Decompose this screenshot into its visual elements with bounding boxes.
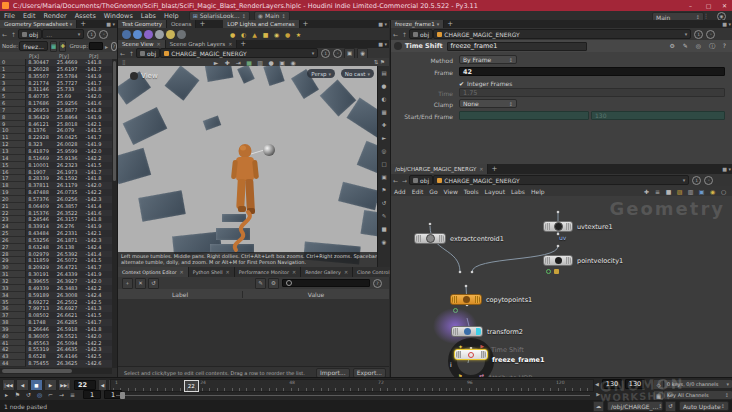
network-path-node[interactable]: CHARGE_MAGIC_ENERGY▾ [433, 175, 689, 185]
viewport-side-icon[interactable]: ■ [378, 222, 390, 235]
playbar-toggle-icon[interactable]: ▸ [2, 390, 11, 399]
shelf-tool-icon[interactable] [144, 30, 153, 39]
viewport-side-icon[interactable]: ✎ [378, 209, 390, 222]
spreadsheet-row[interactable]: 388.174826.6285-141.7 [0, 319, 112, 326]
viewport-side-icon[interactable]: ▤ [378, 66, 390, 79]
tab-scene-graph-layers[interactable]: Scene Graph Layers✕ [166, 40, 238, 48]
playhead-marker[interactable]: 22 [184, 380, 199, 392]
spreadsheet-row[interactable]: 348.5918926.3008-142.4 [0, 292, 112, 299]
pointvelocity-lock-badge[interactable] [554, 269, 559, 274]
spreadsheet-row[interactable]: 08.3044725.4669-141.8 [0, 59, 112, 66]
playbar-toggle-icon[interactable]: ⌐ [46, 390, 55, 399]
menu-assets[interactable]: Assets [75, 12, 96, 20]
up-icon[interactable]: ↑ [11, 31, 16, 38]
path-obj[interactable]: obj [18, 29, 42, 39]
spreadsheet-row[interactable]: 88.3642925.8464-141.9 [0, 114, 112, 121]
points-mode-icon[interactable]: ▦ [50, 41, 57, 52]
network-path-obj[interactable]: obj [409, 175, 433, 185]
network-toolbar-icon[interactable]: ▥ [686, 187, 695, 196]
scene-add-tab[interactable]: + [240, 40, 246, 48]
range-slider-handle[interactable] [120, 392, 125, 399]
shelf-menu-icon[interactable]: ■ ▾ [378, 21, 387, 27]
spreadsheet-row[interactable]: 28.3550725.5784-141.9 [0, 73, 112, 80]
param-path-obj[interactable]: obj [409, 29, 433, 39]
param-link-icon[interactable]: 1 [694, 30, 703, 39]
path-combo[interactable]: …▾ [42, 29, 84, 39]
col-pz[interactable]: P[z] [87, 53, 117, 59]
spreadsheet-row[interactable]: 178.2833926.1592-141.8 [0, 175, 112, 182]
add-option-button[interactable]: ＋ [122, 278, 133, 289]
spreadsheet-row[interactable]: 98.4612125.8018-142.1 [0, 121, 112, 128]
spreadsheet-row[interactable]: 278.6324826.138-142.4 [0, 244, 112, 251]
playbar-toggle-icon[interactable]: ↺ [24, 390, 33, 399]
export-button[interactable]: Export... [353, 368, 386, 378]
viewport-side-icon[interactable]: ▣ [378, 170, 390, 183]
light-tool-icon[interactable]: ★ [294, 30, 303, 39]
spreadsheet-row[interactable]: 308.2092926.4721-141.7 [0, 264, 112, 271]
net-menu-tools[interactable]: Tools [464, 188, 479, 195]
spreadsheet-row[interactable]: 358.6927226.2502-142.5 [0, 299, 112, 306]
network-toolbar-icon[interactable]: ✚ [642, 187, 651, 196]
options-table-body[interactable] [118, 299, 389, 366]
menu-overflow-icon[interactable]: ⋮ [703, 12, 709, 19]
range-slider-track[interactable]: ▶ [116, 395, 590, 396]
tab-network-path[interactable]: /obj/CHARGE_MAGIC_ENERGY✕ [391, 164, 488, 174]
range-start-input[interactable] [459, 111, 589, 120]
gear-icon[interactable]: ⚙ [268, 278, 279, 289]
viewport-side-icon[interactable]: ◉ [378, 235, 390, 248]
add-tab-button[interactable]: + [80, 20, 86, 28]
scene-up-icon[interactable]: ↑ [129, 50, 134, 57]
node-value[interactable]: freez... [19, 41, 48, 51]
tab-context-options[interactable]: Context Options Editor✕ [118, 267, 189, 277]
node-extractcentroid1-label[interactable]: extractcentroid1 [450, 235, 504, 243]
timeline-ruler[interactable]: 22 124487296120 [110, 379, 594, 392]
spreadsheet-row[interactable]: 78.2695325.8877-141.8 [0, 107, 112, 114]
tab-geometry-spreadsheet[interactable]: Geometry Spreadsheet▾ [0, 20, 77, 28]
scene-toolbar-right-icons[interactable]: ⇅ ⚑ [374, 59, 385, 65]
light-tool-icon[interactable]: ● [283, 30, 292, 39]
network-toolbar-icon[interactable]: ■ [664, 187, 673, 196]
spreadsheet-row[interactable]: 367.9971326.6927-141.3 [0, 305, 112, 312]
param-back-icon[interactable]: ← [393, 31, 398, 38]
light-tool-icon[interactable]: ■ [261, 30, 270, 39]
playbar-toggle-icon[interactable]: ◎ [35, 390, 44, 399]
shelf-tool-icon[interactable] [155, 30, 164, 39]
import-button[interactable]: Import... [316, 368, 350, 378]
viewport-camera-label[interactable]: View [130, 72, 158, 80]
node-freeze-frame1[interactable] [454, 349, 488, 360]
param-pin-icon[interactable]: ◦ [706, 30, 715, 39]
vertical-scrollbar[interactable] [112, 59, 117, 368]
tab-freeze-frame1[interactable]: freeze_frame1▾ [391, 20, 444, 28]
param-add-tab[interactable]: + [447, 20, 453, 28]
spreadsheet-row[interactable]: 258.4348426.2331-142.1 [0, 230, 112, 237]
node-uvtexture1[interactable] [543, 221, 573, 232]
scene-link-icon[interactable]: 1 [321, 49, 330, 58]
key-all-channels-button[interactable]: Key All Channels↕ [663, 390, 732, 400]
col-py[interactable]: P[y] [57, 53, 87, 59]
viewport-side-icon[interactable]: ⚑ [378, 183, 390, 196]
shelf-tool-icon[interactable] [166, 30, 175, 39]
network-toolbar-icon[interactable]: ○ [719, 187, 728, 196]
context-path-dropdown[interactable]: /obj/CHARGE_...↕ [607, 401, 663, 411]
scene-path-obj[interactable]: obj [136, 48, 160, 58]
update-mode-dropdown[interactable]: Auto Update↕ [679, 401, 729, 411]
net-menu-view[interactable]: View [444, 188, 458, 195]
node-transform2[interactable] [451, 326, 483, 337]
spreadsheet-row[interactable]: 398.2664626.5918-141.8 [0, 326, 112, 333]
options-help-icon[interactable]: ? [373, 279, 382, 288]
shelf-tool-icon[interactable] [177, 30, 186, 39]
expand-icon[interactable]: ▸ [105, 43, 108, 50]
network-back-icon[interactable]: ← [393, 177, 398, 184]
spreadsheet-row[interactable]: 428.5531926.4635-142.3 [0, 346, 112, 353]
network-link-icon[interactable]: 1 [692, 176, 701, 185]
shelf-tab-lop-lights[interactable]: LOP Lights and Cameras [223, 20, 299, 28]
light-tool-icon[interactable]: ▲ [250, 30, 259, 39]
shelf-tab-test-geometry[interactable]: Test Geometry [118, 20, 167, 28]
pane-menu-icon[interactable]: ■ ▾ [106, 21, 115, 27]
net-menu-add[interactable]: Add [394, 188, 406, 195]
scene-viewport[interactable]: View Persp▾ No cast▾ Left mouse tumbles.… [118, 66, 377, 267]
tab-python-shell[interactable]: Python Shell✕ [189, 267, 235, 277]
spreadsheet-row[interactable]: 328.3965526.3927-142.0 [0, 278, 112, 285]
layout-selector[interactable]: ◉Main↕ [254, 11, 290, 21]
param-path-node[interactable]: CHARGE_MAGIC_ENERGY▾ [433, 29, 691, 39]
